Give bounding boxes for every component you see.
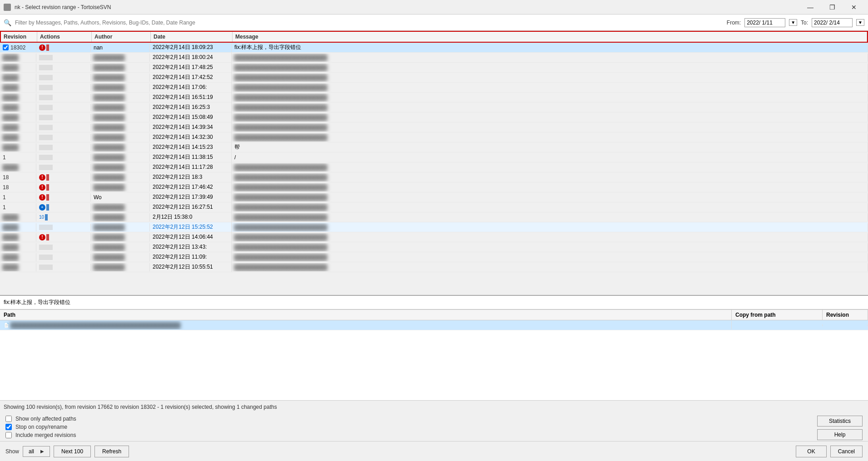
cancel-button[interactable]: Cancel <box>830 446 863 457</box>
date-cell: 2022年2月12日 18:3 <box>150 172 232 182</box>
action-bar-blurred <box>39 85 53 90</box>
actions-cell: + <box>36 203 91 211</box>
author-blurred: ████████ <box>94 244 124 250</box>
actions-cell <box>36 224 91 231</box>
close-button[interactable]: ✕ <box>843 0 864 15</box>
table-row[interactable]: ████████████2022年2月14日 11:17:28█████████… <box>0 162 868 172</box>
revision-cell: ████ <box>0 243 36 251</box>
message-area: fix:样本上报，导出字段错位 <box>0 296 868 309</box>
actions-cell <box>36 64 91 71</box>
action-error-icon: ! <box>39 234 45 240</box>
refresh-button[interactable]: Refresh <box>94 446 129 457</box>
filter-input[interactable] <box>15 20 723 26</box>
include-merged-checkbox[interactable] <box>5 432 12 438</box>
table-row[interactable]: 18!████████2022年2月12日 17:46:42██████████… <box>0 182 868 192</box>
author-blurred: ████████ <box>94 174 124 181</box>
next-100-button[interactable]: Next 100 <box>54 446 91 457</box>
table-row[interactable]: ████████████2022年2月14日 16:51:19█████████… <box>0 93 868 103</box>
to-date-input[interactable] <box>812 18 853 27</box>
action-count: 10 <box>39 215 44 220</box>
message-cell: / <box>232 153 868 162</box>
table-row[interactable]: ████████████2022年2月14日 17:42:52█████████… <box>0 73 868 83</box>
stop-on-copy-checkbox[interactable] <box>5 424 12 430</box>
author-cell: ████████ <box>91 203 150 211</box>
show-affected-checkbox[interactable] <box>5 416 12 422</box>
help-button[interactable]: Help <box>817 429 863 440</box>
filter-right: From: ▼ To: ▼ <box>727 18 864 27</box>
col-header-author: Author <box>92 32 151 42</box>
message-cell: ████████████████████████ <box>232 123 868 132</box>
path-col-copy-from: Copy from path <box>732 310 823 320</box>
revision-cell: ████ <box>0 83 36 92</box>
action-bar-blurred <box>39 245 53 250</box>
table-row[interactable]: 18302!nan2022年2月14日 18:09:23fix:样本上报，导出字… <box>0 43 868 53</box>
to-date-dropdown[interactable]: ▼ <box>856 19 864 26</box>
table-row[interactable]: 1+████████2022年2月12日 16:27:51███████████… <box>0 202 868 212</box>
options-panel: Show only affected paths Stop on copy/re… <box>0 413 868 441</box>
to-label: To: <box>801 20 808 26</box>
message-blurred: ████████████████████████ <box>234 134 327 141</box>
table-row[interactable]: 1████████2022年2月14日 11:38:15/ <box>0 152 868 162</box>
table-row[interactable]: ████████████2022年2月12日 15:25:52█████████… <box>0 222 868 232</box>
table-row[interactable]: 18!████████2022年2月12日 18:3██████████████… <box>0 172 868 182</box>
table-row[interactable]: ████████████2022年2月14日 16:25:3██████████… <box>0 103 868 113</box>
action-bar-blurred <box>39 255 53 260</box>
revision-cell: ████ <box>0 64 36 72</box>
maximize-button[interactable]: ❐ <box>822 0 843 15</box>
author-cell: ████████ <box>91 113 150 122</box>
table-row[interactable]: ████████████2022年2月14日 14:32:30█████████… <box>0 132 868 142</box>
revision-number: 1 <box>3 194 6 201</box>
action-bar-blurred <box>39 95 53 100</box>
table-row[interactable]: ████████████2022年2月14日 15:08:49█████████… <box>0 113 868 123</box>
path-row[interactable]: 📄 ██████████████████████████████████████… <box>0 320 868 330</box>
path-area: Path Copy from path Revision 📄 █████████… <box>0 309 868 400</box>
from-date-input[interactable] <box>744 18 785 27</box>
table-row[interactable]: ████████████2022年2月14日 17:06:███████████… <box>0 83 868 93</box>
action-bar-icon <box>46 194 49 201</box>
minimize-button[interactable]: — <box>800 0 821 15</box>
show-all-button[interactable]: all ▶ <box>23 446 50 457</box>
revision-cell: 18302 <box>0 44 36 52</box>
options-left: Show only affected paths Stop on copy/re… <box>5 416 817 438</box>
revision-cell: ████ <box>0 133 36 142</box>
revision-cell: ████ <box>0 54 36 62</box>
author-cell: ████████ <box>91 173 150 181</box>
date-cell: 2022年2月14日 16:51:19 <box>150 93 232 102</box>
message-blurred: ████████████████████████ <box>234 254 327 260</box>
revision-cell: 1 <box>0 153 36 162</box>
table-row[interactable]: ████10████████2月12日 15:38:0█████████████… <box>0 212 868 222</box>
author-cell: ████████ <box>91 64 150 72</box>
table-row[interactable]: ████████████2022年2月14日 18:00:24█████████… <box>0 53 868 63</box>
table-row[interactable]: ████████████2022年2月14日 17:48:25█████████… <box>0 63 868 73</box>
ok-button[interactable]: OK <box>796 446 826 457</box>
window-title: nk - Select revision range - TortoiseSVN <box>15 4 111 10</box>
table-row[interactable]: ████████████2022年2月14日 14:15:23帮 <box>0 142 868 152</box>
table-row[interactable]: ████████████2022年2月12日 11:09:███████████… <box>0 252 868 262</box>
actions-cell <box>36 164 91 171</box>
table-row[interactable]: ████████████2022年2月12日 10:55:51█████████… <box>0 262 868 272</box>
message-cell: ████████████████████████ <box>232 83 868 92</box>
message-cell: 帮 <box>232 142 868 152</box>
revision-cell: ████ <box>0 163 36 172</box>
author-blurred: ████████ <box>94 204 124 211</box>
actions-cell <box>36 144 91 151</box>
statistics-button[interactable]: Statistics <box>817 416 863 427</box>
row-checkbox[interactable] <box>3 44 9 50</box>
message-cell: ████████████████████████ <box>232 173 868 181</box>
from-date-dropdown[interactable]: ▼ <box>789 19 797 26</box>
table-row[interactable]: ████████████2022年2月12日 13:43:███████████… <box>0 242 868 252</box>
message-blurred: ████████████████████████ <box>234 94 327 101</box>
actions-cell: ! <box>36 44 91 52</box>
table-row[interactable]: ████!████████2022年2月12日 14:06:44████████… <box>0 232 868 242</box>
revision-number-blurred: ████ <box>3 124 18 131</box>
table-row[interactable]: 1!Wo2022年2月12日 17:39:49█████████████████… <box>0 192 868 202</box>
action-bar-icon <box>46 184 49 191</box>
message-cell: ████████████████████████ <box>232 163 868 172</box>
title-bar: nk - Select revision range - TortoiseSVN… <box>0 0 868 15</box>
show-all-label: all <box>29 448 34 455</box>
date-cell: 2022年2月12日 16:27:51 <box>150 202 232 212</box>
author-cell: ████████ <box>91 253 150 261</box>
path-table-header: Path Copy from path Revision <box>0 310 868 320</box>
revision-number-blurred: ████ <box>3 254 18 260</box>
table-row[interactable]: ████████████2022年2月14日 14:39:34█████████… <box>0 123 868 132</box>
